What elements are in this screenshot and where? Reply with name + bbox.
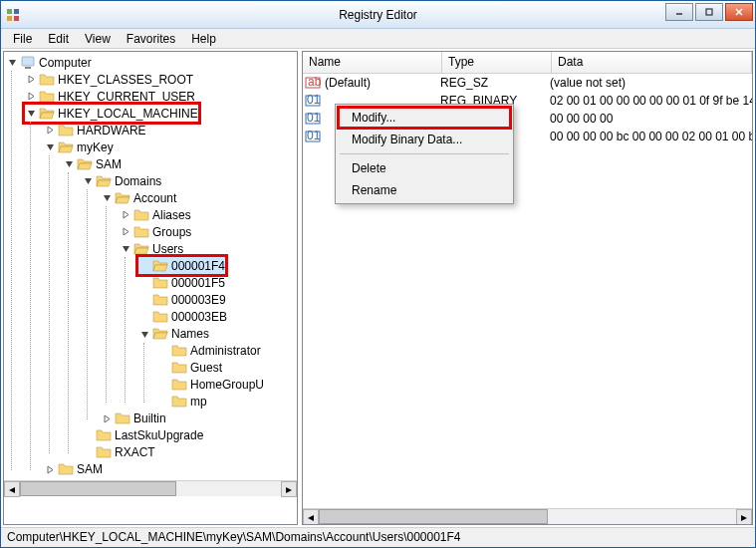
scroll-right-icon[interactable]: ▸ xyxy=(736,509,752,525)
tree-computer[interactable]: Computer xyxy=(6,54,295,71)
scroll-thumb[interactable] xyxy=(319,509,548,524)
list-header: Name Type Data xyxy=(303,52,752,74)
expander-icon[interactable] xyxy=(138,328,150,340)
tree-scrollbar[interactable]: ◂▸ xyxy=(4,480,297,496)
value-name: (Default) xyxy=(325,76,440,90)
tree-label: HARDWARE xyxy=(77,124,146,137)
cm-modify-binary[interactable]: Modify Binary Data... xyxy=(338,129,511,150)
tree-000003e9[interactable]: 000003E9 xyxy=(138,292,295,309)
menu-view[interactable]: View xyxy=(77,30,119,48)
folder-icon xyxy=(96,173,112,189)
window-title: Registry Editor xyxy=(339,8,417,22)
scroll-left-icon[interactable]: ◂ xyxy=(303,509,319,525)
minimize-button[interactable] xyxy=(665,3,693,21)
expander-icon[interactable] xyxy=(44,141,56,153)
value-type: REG_SZ xyxy=(440,76,550,90)
scroll-left-icon[interactable]: ◂ xyxy=(4,481,20,497)
svg-rect-11 xyxy=(706,9,712,15)
menu-file[interactable]: File xyxy=(5,30,40,48)
expander-icon[interactable] xyxy=(6,57,18,69)
expander-icon[interactable] xyxy=(25,74,37,86)
expander-icon[interactable] xyxy=(25,91,37,103)
tree-label: Names xyxy=(171,327,209,341)
tree-mp[interactable]: mp xyxy=(157,394,295,411)
tree-label: SAM xyxy=(77,462,103,476)
no-expander xyxy=(138,260,150,272)
tree-label: myKey xyxy=(77,140,114,154)
tree-names[interactable]: Names xyxy=(138,326,295,343)
no-expander xyxy=(157,379,169,391)
close-button[interactable] xyxy=(725,3,753,21)
tree-000003eb[interactable]: 000003EB xyxy=(138,309,295,326)
menu-favorites[interactable]: Favorites xyxy=(119,30,183,48)
cm-delete[interactable]: Delete xyxy=(338,157,511,179)
tree-sam[interactable]: SAM xyxy=(63,155,295,172)
tree-builtin[interactable]: Builtin xyxy=(101,411,295,427)
col-name[interactable]: Name xyxy=(303,52,442,73)
tree-hklm[interactable]: HKEY_LOCAL_MACHINE xyxy=(25,105,198,122)
folder-icon xyxy=(96,427,112,443)
tree-lastsku[interactable]: LastSkuUpgrade xyxy=(82,427,295,444)
col-data[interactable]: Data xyxy=(552,52,752,73)
tree-account[interactable]: Account xyxy=(101,189,295,206)
expander-icon[interactable] xyxy=(120,243,131,255)
maximize-button[interactable] xyxy=(695,3,723,21)
status-path: Computer\HKEY_LOCAL_MACHINE\myKey\SAM\Do… xyxy=(7,530,461,544)
menu-bar: File Edit View Favorites Help xyxy=(1,29,755,49)
expander-icon[interactable] xyxy=(120,226,131,238)
title-bar: Registry Editor xyxy=(1,1,755,29)
scroll-right-icon[interactable]: ▸ xyxy=(281,481,297,497)
tree-label: LastSkuUpgrade xyxy=(115,428,203,442)
expander-icon[interactable] xyxy=(44,125,56,137)
tree-sam2[interactable]: SAM xyxy=(44,461,295,478)
no-expander xyxy=(82,446,94,458)
expander-icon[interactable] xyxy=(82,175,94,187)
tree-domains[interactable]: Domains xyxy=(82,172,295,189)
tree-rxact[interactable]: RXACT xyxy=(82,444,295,461)
list-scrollbar[interactable]: ◂▸ xyxy=(303,508,752,524)
expander-icon[interactable] xyxy=(101,192,113,204)
list-pane[interactable]: Name Type Data (Default) REG_SZ (value n… xyxy=(302,51,753,525)
tree-administrator[interactable]: Administrator xyxy=(157,343,295,360)
tree-label: 000003EB xyxy=(171,310,227,324)
tree-guest[interactable]: Guest xyxy=(157,360,295,377)
folder-icon xyxy=(171,394,187,410)
list-row[interactable]: (Default) REG_SZ (value not set) xyxy=(303,74,752,92)
tree-000001f4[interactable]: 000001F4 xyxy=(138,257,225,274)
tree-label: SAM xyxy=(96,157,122,171)
tree-hkcr[interactable]: HKEY_CLASSES_ROOT xyxy=(25,71,295,88)
string-value-icon xyxy=(305,75,321,91)
folder-icon xyxy=(133,207,149,223)
binary-value-icon xyxy=(305,111,321,127)
menu-help[interactable]: Help xyxy=(183,30,224,48)
no-expander xyxy=(138,311,150,323)
scroll-thumb[interactable] xyxy=(20,481,176,496)
tree-label: 000001F5 xyxy=(171,276,225,290)
no-expander xyxy=(157,362,169,374)
no-expander xyxy=(82,429,94,441)
folder-icon xyxy=(171,360,187,376)
context-menu: Modify... Modify Binary Data... Delete R… xyxy=(335,104,514,204)
value-data: 02 00 01 00 00 00 00 00 01 0f 9f be 14 1… xyxy=(550,94,752,108)
tree-label: Builtin xyxy=(133,411,166,425)
cm-rename[interactable]: Rename xyxy=(338,179,511,201)
tree-000001f5[interactable]: 000001F5 xyxy=(138,275,295,292)
expander-icon[interactable] xyxy=(25,108,37,120)
tree-pane[interactable]: Computer HKEY_CLASSES_ROOT HKEY_CURRENT_… xyxy=(3,51,298,525)
tree-aliases[interactable]: Aliases xyxy=(120,206,295,223)
folder-icon xyxy=(115,190,130,206)
app-icon xyxy=(5,7,21,23)
expander-icon[interactable] xyxy=(63,158,75,170)
expander-icon[interactable] xyxy=(120,209,131,221)
col-type[interactable]: Type xyxy=(442,52,552,73)
tree-homegroup[interactable]: HomeGroupU xyxy=(157,377,295,394)
expander-icon[interactable] xyxy=(101,412,113,424)
tree-hardware[interactable]: HARDWARE xyxy=(44,122,295,138)
expander-icon[interactable] xyxy=(44,463,56,475)
tree-mykey[interactable]: myKey xyxy=(44,138,295,155)
tree-groups[interactable]: Groups xyxy=(120,223,295,240)
cm-modify[interactable]: Modify... xyxy=(337,106,512,130)
folder-icon xyxy=(77,156,93,172)
menu-edit[interactable]: Edit xyxy=(40,30,77,48)
svg-rect-9 xyxy=(14,16,19,21)
